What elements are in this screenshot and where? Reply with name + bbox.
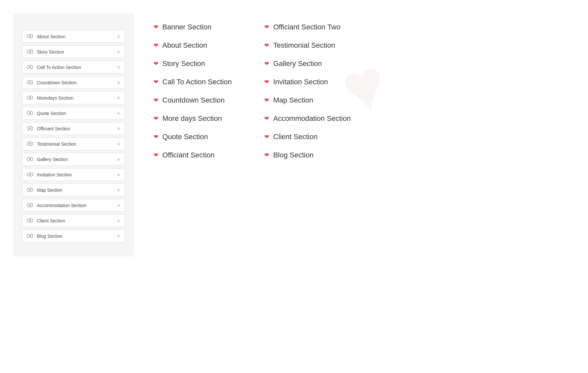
drag-icon-accommodation: ≡: [117, 203, 120, 208]
heart-icon-story: ❤: [154, 60, 158, 67]
sections-grid: ❤ Banner Section ❤ About Section ❤ Story…: [154, 13, 575, 159]
heart-icon-quote: ❤: [154, 133, 158, 140]
section-row-left: Call To Action Section: [27, 65, 81, 70]
section-row-label-testimonial: Testimonial Section: [37, 141, 76, 147]
section-row-label-invitation: Invitation Section: [37, 172, 72, 177]
section-row-officiant[interactable]: Officiant Section ≡: [22, 122, 125, 135]
svg-point-13: [29, 127, 31, 129]
heart-icon-accommodation: ❤: [264, 115, 269, 122]
grid-item-accommodation: ❤ Accommodation Section: [264, 114, 351, 123]
heart-icon-about: ❤: [154, 42, 158, 49]
heart-icon-banner: ❤: [154, 24, 158, 31]
section-row-label-gallery: Gallery Section: [37, 157, 68, 162]
grid-item-story: ❤ Story Section: [154, 59, 232, 68]
drag-icon-moredays: ≡: [117, 95, 120, 101]
svg-point-25: [29, 219, 31, 221]
grid-item-map: ❤ Map Section: [264, 96, 351, 105]
eye-icon-cta: [27, 65, 33, 70]
section-row-left: Invitation Section: [27, 172, 72, 177]
grid-item-gallery: ❤ Gallery Section: [264, 59, 351, 68]
drag-icon-officiant: ≡: [117, 126, 120, 131]
eye-icon-accommodation: [27, 203, 33, 208]
sort-panel: About Section ≡ Story Section ≡ Call To …: [13, 13, 134, 257]
section-row-accommodation[interactable]: Accommodation Section ≡: [22, 199, 125, 212]
section-row-label-blog: Blog Section: [37, 234, 63, 239]
svg-point-7: [29, 81, 31, 83]
section-row-left: Officiant Section: [27, 126, 70, 131]
section-row-gallery[interactable]: Gallery Section ≡: [22, 153, 125, 166]
section-row-about[interactable]: About Section ≡: [22, 30, 125, 43]
svg-point-15: [29, 143, 31, 144]
grid-label-countdown: Countdown Section: [162, 96, 225, 105]
grid-item-client: ❤ Client Section: [264, 133, 351, 141]
section-row-label-accommodation: Accommodation Section: [37, 203, 86, 208]
section-row-label-countdown: Countdown Section: [37, 80, 76, 85]
section-row-label-story: Story Section: [37, 49, 64, 55]
grid-item-countdown: ❤ Countdown Section: [154, 96, 232, 105]
eye-icon-gallery: [27, 157, 33, 162]
grid-label-blog: Blog Section: [273, 151, 314, 159]
section-row-quote[interactable]: Quote Section ≡: [22, 107, 125, 120]
grid-label-officiant: Officiant Section: [162, 151, 215, 159]
eye-icon-officiant: [27, 126, 33, 131]
grid-label-testimonial: Testimonial Section: [273, 41, 335, 50]
eye-icon-story: [27, 49, 33, 55]
section-row-left: Map Section: [27, 187, 62, 193]
section-row-label-moredays: Moredays Section: [37, 95, 74, 101]
drag-icon-countdown: ≡: [117, 80, 120, 85]
section-row-label-cta: Call To Action Section: [37, 65, 81, 70]
eye-icon-countdown: [27, 80, 33, 85]
section-row-invitation[interactable]: Invitation Section ≡: [22, 168, 125, 181]
section-row-left: Accommodation Section: [27, 203, 86, 208]
section-row-label-client: Client Section: [37, 218, 65, 223]
section-row-countdown[interactable]: Countdown Section ≡: [22, 76, 125, 89]
grid-item-invitation: ❤ Invitation Section: [264, 78, 351, 86]
eye-icon-invitation: [27, 172, 33, 177]
section-row-left: Gallery Section: [27, 157, 68, 162]
section-row-map[interactable]: Map Section ≡: [22, 184, 125, 196]
grid-label-officiant2: Officiant Section Two: [273, 23, 340, 31]
grid-label-cta: Call To Action Section: [162, 78, 232, 86]
eye-icon-about: [27, 34, 33, 39]
grid-label-invitation: Invitation Section: [273, 78, 328, 86]
svg-point-21: [29, 189, 31, 190]
section-row-left: Testimonial Section: [27, 141, 76, 147]
drag-icon-cta: ≡: [117, 64, 120, 70]
svg-point-1: [29, 35, 31, 37]
section-row-blog[interactable]: Blog Section ≡: [22, 230, 125, 242]
grid-item-banner: ❤ Banner Section: [154, 23, 232, 31]
heart-icon-countdown: ❤: [154, 97, 158, 104]
heart-icon-officiant: ❤: [154, 152, 158, 159]
svg-point-19: [29, 173, 31, 175]
grid-label-about: About Section: [162, 41, 207, 50]
drag-icon-about: ≡: [117, 34, 120, 39]
grid-item-about: ❤ About Section: [154, 41, 232, 50]
svg-point-9: [29, 97, 31, 98]
eye-icon-quote: [27, 111, 33, 116]
section-row-left: Quote Section: [27, 111, 66, 116]
section-row-label-about: About Section: [37, 34, 65, 39]
section-row-client[interactable]: Client Section ≡: [22, 214, 125, 227]
drag-icon-story: ≡: [117, 49, 120, 55]
grid-item-moredays: ❤ More days Section: [154, 114, 232, 123]
section-row-label-officiant: Officiant Section: [37, 126, 70, 131]
section-row-left: About Section: [27, 34, 65, 39]
sections-col1: ❤ Banner Section ❤ About Section ❤ Story…: [154, 23, 232, 159]
section-row-story[interactable]: Story Section ≡: [22, 45, 125, 58]
eye-icon-map: [27, 187, 33, 193]
grid-label-moredays: More days Section: [162, 114, 222, 123]
section-row-testimonial[interactable]: Testimonial Section ≡: [22, 138, 125, 150]
svg-point-5: [29, 66, 31, 68]
eye-icon-blog: [27, 234, 33, 239]
section-row-left: Countdown Section: [27, 80, 76, 85]
grid-label-accommodation: Accommodation Section: [273, 114, 351, 123]
section-row-left: Story Section: [27, 49, 64, 55]
eye-icon-client: [27, 218, 33, 223]
main-content: ♥ ❤ Banner Section ❤ About Section ❤ Sto…: [154, 13, 575, 159]
eye-icon-moredays: [27, 95, 33, 101]
grid-item-officiant2: ❤ Officiant Section Two: [264, 23, 351, 31]
section-row-cta[interactable]: Call To Action Section ≡: [22, 61, 125, 73]
section-row-moredays[interactable]: Moredays Section ≡: [22, 91, 125, 104]
section-row-left: Blog Section: [27, 234, 63, 239]
heart-icon-gallery: ❤: [264, 60, 269, 67]
